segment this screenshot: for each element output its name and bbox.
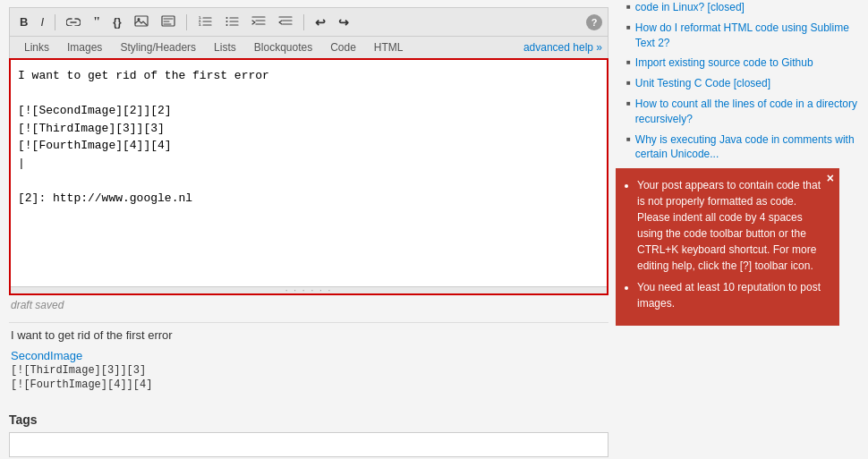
link-button[interactable] bbox=[62, 13, 85, 31]
tab-code[interactable]: Code bbox=[321, 38, 365, 56]
list-item: Why is executing Java code in comments w… bbox=[626, 132, 859, 163]
advanced-help-link[interactable]: advanced help » bbox=[523, 41, 602, 54]
tags-label: Tags bbox=[9, 412, 608, 427]
preview-link[interactable]: SecondImage bbox=[11, 349, 82, 362]
italic-button[interactable]: I bbox=[36, 13, 48, 31]
preview-code-2: [![FourthImage][4]][4] bbox=[11, 378, 607, 391]
tab-html[interactable]: HTML bbox=[365, 38, 413, 56]
ul-button[interactable] bbox=[220, 13, 243, 32]
svg-text:3.: 3. bbox=[199, 22, 201, 27]
sidebar-link-5[interactable]: Why is executing Java code in comments w… bbox=[635, 132, 859, 163]
tab-links[interactable]: Links bbox=[15, 38, 58, 56]
draft-saved: draft saved bbox=[9, 295, 608, 315]
image-button[interactable] bbox=[130, 13, 153, 32]
preview-text: I want to get rid of the first error bbox=[11, 328, 607, 342]
warning-item-2: You need at least 10 reputation to post … bbox=[637, 279, 829, 311]
editor-wrapper: I want to get rid of the first error [![… bbox=[9, 58, 608, 295]
blockquote-button[interactable]: " bbox=[89, 12, 105, 32]
sidebar-link-4[interactable]: How to count all the lines of code in a … bbox=[635, 97, 859, 127]
editor-area: B I " {} bbox=[0, 0, 617, 459]
editor-resize-bar[interactable]: · · · · · · bbox=[11, 286, 607, 293]
outdent-button[interactable] bbox=[274, 13, 297, 32]
svg-point-6 bbox=[226, 17, 227, 19]
code-block-button[interactable] bbox=[157, 13, 180, 32]
warning-item-1: Your post appears to contain code that i… bbox=[637, 177, 829, 274]
preview-code-1: [![ThirdImage][3]][3] bbox=[11, 364, 607, 377]
code-inline-button[interactable]: {} bbox=[108, 13, 125, 31]
sidebar-link-1[interactable]: How do I reformat HTML code using Sublim… bbox=[635, 21, 859, 51]
toolbar-tabs: Links Images Styling/Headers Lists Block… bbox=[9, 36, 608, 58]
list-item: How do I reformat HTML code using Sublim… bbox=[626, 21, 859, 51]
sidebar-list: code in Linux? [closed] How do I reforma… bbox=[626, 0, 859, 162]
warning-close-button[interactable]: × bbox=[827, 172, 834, 184]
tab-styling[interactable]: Styling/Headers bbox=[111, 38, 205, 56]
warning-list: Your post appears to contain code that i… bbox=[625, 177, 829, 311]
indent-button[interactable] bbox=[247, 13, 270, 32]
tab-blockquotes[interactable]: Blockquotes bbox=[245, 38, 321, 56]
resize-dots: · · · · · · bbox=[285, 285, 333, 295]
svg-point-7 bbox=[226, 21, 227, 22]
undo-button[interactable]: ↩ bbox=[311, 13, 330, 32]
main-editor[interactable]: I want to get rid of the first error [![… bbox=[11, 60, 607, 284]
tags-section: Tags bbox=[9, 412, 608, 457]
sidebar-link-3[interactable]: Unit Testing C Code [closed] bbox=[635, 76, 770, 91]
tags-input[interactable] bbox=[9, 432, 608, 457]
list-item: Import existing source code to Github bbox=[626, 55, 859, 71]
toolbar-separator-1 bbox=[55, 14, 55, 30]
list-item: How to count all the lines of code in a … bbox=[626, 97, 859, 127]
sidebar-link-2[interactable]: Import existing source code to Github bbox=[635, 55, 813, 71]
bold-button[interactable]: B bbox=[15, 13, 32, 31]
warning-popup: × Your post appears to contain code that… bbox=[616, 168, 839, 326]
list-item: Unit Testing C Code [closed] bbox=[626, 76, 859, 91]
tab-images[interactable]: Images bbox=[58, 38, 111, 56]
sidebar-link-0[interactable]: code in Linux? [closed] bbox=[635, 0, 745, 15]
list-item: code in Linux? [closed] bbox=[626, 0, 859, 15]
toolbar-top: B I " {} bbox=[9, 7, 608, 36]
svg-point-8 bbox=[226, 24, 227, 26]
preview-area: I want to get rid of the first error Sec… bbox=[9, 322, 608, 398]
ol-button[interactable]: 1. 2. 3. bbox=[193, 13, 217, 32]
redo-button[interactable]: ↪ bbox=[334, 13, 353, 32]
toolbar-separator-3 bbox=[303, 14, 304, 30]
tab-lists[interactable]: Lists bbox=[205, 38, 245, 56]
toolbar-separator-2 bbox=[186, 14, 187, 30]
help-button[interactable]: ? bbox=[586, 14, 602, 30]
